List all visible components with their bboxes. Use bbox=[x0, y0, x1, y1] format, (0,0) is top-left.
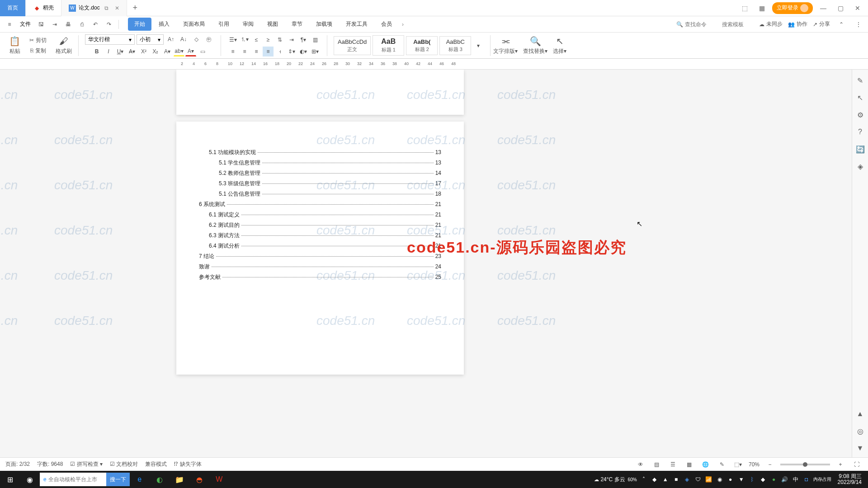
highlight-button[interactable]: ab▾ bbox=[174, 47, 184, 56]
tray-icon-1[interactable]: ◆ bbox=[651, 475, 659, 483]
spell-check[interactable]: ☑ 拼写检查 ▾ bbox=[70, 460, 103, 468]
char-border-button[interactable]: ▭ bbox=[197, 47, 208, 56]
taskbar-search-button[interactable]: 搜一下 bbox=[106, 473, 130, 486]
tab-docai[interactable]: ◆ 稻壳 bbox=[26, 0, 61, 16]
ribbon-tab-addon[interactable]: 加载项 bbox=[310, 18, 339, 31]
tray-icon-5[interactable]: ◉ bbox=[716, 475, 724, 483]
bullet-list-button[interactable]: ☰▾ bbox=[227, 35, 238, 45]
tray-wifi-icon[interactable]: 📶 bbox=[705, 475, 713, 483]
proof-button[interactable]: ☑ 文档校对 bbox=[110, 460, 138, 468]
missing-font[interactable]: ⁉ 缺失字体 bbox=[174, 460, 201, 468]
tray-expand-icon[interactable]: ˄ bbox=[640, 475, 648, 483]
underline-button[interactable]: U▾ bbox=[115, 47, 126, 56]
layout-icon[interactable]: ⬚ bbox=[738, 1, 751, 15]
start-button[interactable]: ⊞ bbox=[0, 471, 20, 488]
taskbar-search-input[interactable] bbox=[48, 476, 103, 483]
zoom-out-button[interactable]: − bbox=[764, 459, 776, 470]
tray-icon-4[interactable]: ◈ bbox=[683, 475, 691, 483]
tray-icon-10[interactable]: ◘ bbox=[802, 475, 811, 483]
toc-entry[interactable]: 5.3 班级信息管理17 bbox=[199, 180, 441, 188]
taskbar-clock[interactable]: 9:08 周三 2022/9/14 bbox=[834, 474, 865, 485]
command-search-input[interactable] bbox=[685, 21, 717, 28]
toc-entry[interactable]: 致谢24 bbox=[199, 263, 441, 271]
zoom-in-button[interactable]: + bbox=[835, 459, 846, 470]
cut-button[interactable]: ✂剪切 bbox=[28, 36, 48, 45]
help-icon[interactable]: ? bbox=[855, 127, 866, 137]
document-canvas[interactable]: 5.1 功能模块的实现135.1 学生信息管理135.2 教师信息管理145.3… bbox=[0, 70, 852, 471]
tray-icon-7[interactable]: ▼ bbox=[737, 475, 745, 483]
toc-entry[interactable]: 7 结论23 bbox=[199, 253, 441, 260]
tab-document[interactable]: W 论文.doc ⧉ ✕ bbox=[61, 0, 127, 16]
number-list-button[interactable]: ⒈▾ bbox=[239, 35, 250, 45]
toc-entry[interactable]: 5.2 教师信息管理14 bbox=[199, 169, 441, 177]
ribbon-tab-start[interactable]: 开始 bbox=[128, 18, 151, 31]
phonetic-button[interactable]: ㊥ bbox=[203, 34, 214, 44]
toc-entry[interactable]: 5.1 学生信息管理13 bbox=[199, 159, 441, 167]
template-search[interactable] bbox=[722, 21, 754, 28]
ribbon-tab-insert[interactable]: 插入 bbox=[152, 18, 176, 31]
menu-icon[interactable]: ≡ bbox=[4, 19, 15, 30]
style-h2[interactable]: AaBb(标题 2 bbox=[406, 36, 438, 55]
wps-app-icon[interactable]: W bbox=[209, 471, 229, 488]
sort-button[interactable]: ⇅ bbox=[274, 35, 285, 45]
weather-widget[interactable]: ☁ 24°C 多云 bbox=[594, 476, 625, 483]
preview-icon[interactable]: ⎙ bbox=[76, 19, 88, 30]
superscript-button[interactable]: X² bbox=[138, 47, 149, 56]
font-name-select[interactable]: 华文行楷▾ bbox=[85, 34, 135, 45]
share-button[interactable]: ↗分享 bbox=[813, 20, 830, 28]
undo-icon[interactable]: ↶ bbox=[90, 19, 101, 30]
command-search[interactable]: 🔍 bbox=[676, 21, 717, 28]
toc-entry[interactable]: 参考文献25 bbox=[199, 273, 441, 281]
ribbon-tab-review[interactable]: 审阅 bbox=[236, 18, 260, 31]
edit-view-icon[interactable]: ✎ bbox=[716, 459, 728, 470]
toc-entry[interactable]: 6.1 测试定义21 bbox=[199, 211, 441, 219]
tab-button[interactable]: ⇥ bbox=[286, 35, 297, 45]
borders-button[interactable]: ⊞▾ bbox=[310, 47, 321, 56]
select-button[interactable]: ↖选择▾ bbox=[553, 36, 566, 55]
style-body[interactable]: AaBbCcDd正文 bbox=[334, 36, 371, 55]
columns-button[interactable]: ▥ bbox=[310, 35, 321, 45]
grow-font-button[interactable]: A↑ bbox=[165, 34, 176, 44]
strikethrough-button[interactable]: A̶▾ bbox=[127, 47, 137, 56]
font-color-button[interactable]: A▾ bbox=[185, 47, 196, 56]
text-layout-button[interactable]: ⫘文字排版▾ bbox=[493, 36, 518, 55]
format-brush-button[interactable]: 🖌格式刷 bbox=[56, 36, 72, 55]
toc-entry[interactable]: 6.4 测试分析21 bbox=[199, 242, 441, 250]
fullscreen-icon[interactable]: ⛶ bbox=[851, 459, 863, 470]
more-icon[interactable]: ⋮ bbox=[853, 19, 864, 30]
web-view-icon[interactable]: ▦ bbox=[684, 459, 695, 470]
close-tab-icon[interactable]: ✕ bbox=[115, 5, 119, 11]
collapse-ribbon-icon[interactable]: ⌃ bbox=[835, 19, 847, 30]
globe-icon[interactable]: 🌐 bbox=[700, 459, 712, 470]
ie-app-icon[interactable]: e bbox=[130, 471, 150, 488]
tray-icon-2[interactable]: ▲ bbox=[661, 475, 670, 483]
tray-volume-icon[interactable]: 🔊 bbox=[781, 475, 789, 483]
clear-format-button[interactable]: ◇ bbox=[191, 34, 202, 44]
shading-button[interactable]: ◐▾ bbox=[298, 47, 309, 56]
toc-entry[interactable]: 5.1 公告信息管理18 bbox=[199, 190, 441, 198]
align-right-button[interactable]: ≡ bbox=[251, 47, 262, 56]
login-button[interactable]: 立即登录 bbox=[772, 2, 813, 14]
font-size-select[interactable]: 小初▾ bbox=[137, 34, 164, 45]
explorer-app-icon[interactable]: 📁 bbox=[170, 471, 189, 488]
ribbon-tab-ref[interactable]: 引用 bbox=[212, 18, 236, 31]
minimize-button[interactable]: — bbox=[816, 1, 830, 15]
show-marks-button[interactable]: ¶▾ bbox=[298, 35, 309, 45]
ribbon-tab-dev[interactable]: 开发工具 bbox=[340, 18, 374, 31]
new-tab-button[interactable]: + bbox=[127, 3, 143, 13]
toc-entry[interactable]: 6.3 测试方法21 bbox=[199, 232, 441, 239]
page-indicator[interactable]: 页面: 2/32 bbox=[5, 460, 30, 468]
align-left-button[interactable]: ≡ bbox=[227, 47, 238, 56]
export-icon[interactable]: ⇥ bbox=[49, 19, 61, 30]
distribute-button[interactable]: ⫞ bbox=[274, 47, 285, 56]
close-button[interactable]: ✕ bbox=[851, 1, 864, 15]
outdent-button[interactable]: ≤ bbox=[251, 35, 262, 45]
slider-icon[interactable]: ⚙ bbox=[855, 109, 866, 120]
tray-icon-6[interactable]: ● bbox=[726, 475, 735, 483]
italic-button[interactable]: I bbox=[103, 47, 114, 56]
zoom-slider[interactable] bbox=[780, 464, 830, 465]
more-tabs-icon[interactable]: › bbox=[399, 21, 406, 28]
tray-icon-9[interactable]: ● bbox=[770, 475, 778, 483]
sync-status[interactable]: ☁未同步 bbox=[759, 20, 783, 28]
save-icon[interactable]: 🖫 bbox=[35, 19, 47, 30]
